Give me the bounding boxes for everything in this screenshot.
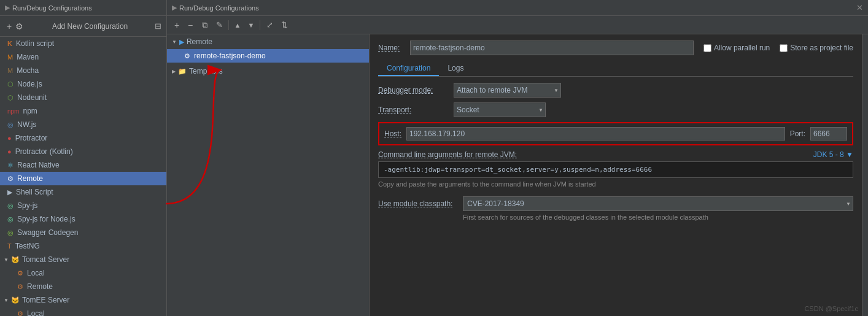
- toolbar-sort-button[interactable]: ⇅: [277, 20, 291, 29]
- left-panel-header: + ⚙ Add New Configuration ⊟: [0, 16, 166, 37]
- toolbar-down-button[interactable]: ▼: [245, 21, 257, 29]
- name-row: Name: Allow parallel run Store as projec…: [378, 40, 853, 55]
- shell-icon: ▶: [7, 188, 12, 196]
- debugger-mode-select-wrapper: Attach to remote JVM Listen to remote JV…: [454, 83, 561, 98]
- config-item-remote-fastjson[interactable]: ⚙ remote-fastjson-demo: [167, 49, 369, 63]
- scrollbar-strip: [862, 34, 868, 316]
- sidebar-item-shell[interactable]: ▶ Shell Script: [0, 185, 166, 199]
- sidebar-item-label: Protractor: [15, 134, 48, 142]
- sidebar-item-label: Remote: [27, 282, 53, 291]
- toolbar-remove-button[interactable]: −: [184, 20, 196, 30]
- sidebar-item-testng[interactable]: T TestNG: [0, 239, 166, 253]
- cmd-line-value: -agentlib:jdwp=transport=dt_socket,serve…: [378, 161, 853, 178]
- sidebar-item-label: Spy-js: [17, 201, 37, 210]
- tomcat-local-icon: ⚙: [17, 269, 23, 277]
- port-label: Port:: [790, 129, 805, 138]
- swagger-icon: ◎: [7, 229, 14, 237]
- config-section-remote[interactable]: ▼ ▶ Remote: [167, 34, 369, 49]
- sidebar-item-nodeunit[interactable]: ⬡ Nodeunit: [0, 91, 166, 104]
- close-button[interactable]: ✕: [856, 3, 863, 12]
- npm-icon: npm: [7, 108, 19, 115]
- second-title-bar: ▶ Run/Debug Configurations ✕: [167, 0, 868, 16]
- tomee-local-icon: ⚙: [17, 310, 23, 317]
- sidebar-item-protractor[interactable]: ● Protractor: [0, 131, 166, 145]
- config-section-templates[interactable]: ▶ 📁 Templates: [167, 64, 369, 79]
- remote-section-type-icon: ▶: [179, 38, 184, 46]
- sidebar-item-label: Mocha: [17, 66, 39, 75]
- toolbar-up-button[interactable]: ▲: [231, 21, 244, 29]
- config-item-label: remote-fastjson-demo: [194, 52, 266, 60]
- left-panel-expand-button[interactable]: ⊟: [155, 21, 161, 31]
- sidebar-item-spyjs-node[interactable]: ◎ Spy-js for Node.js: [0, 212, 166, 226]
- sidebar-item-kotlin[interactable]: K Kotlin script: [0, 37, 166, 50]
- add-new-config-label: Add New Configuration: [25, 22, 155, 31]
- sidebar-item-remote[interactable]: ⚙ Remote: [0, 172, 166, 185]
- tab-configuration[interactable]: Configuration: [378, 61, 439, 76]
- sidebar-item-label: Nodeunit: [17, 93, 47, 102]
- module-classpath-label: Use module classpath:: [378, 199, 458, 208]
- testng-icon: T: [7, 242, 12, 250]
- left-panel: + ⚙ Add New Configuration ⊟ K Kotlin scr…: [0, 16, 167, 316]
- cmd-line-header: Command line arguments for remote JVM: J…: [378, 150, 853, 159]
- sidebar-item-tomcat-local[interactable]: ⚙ Local: [0, 266, 166, 280]
- sidebar-item-label: Shell Script: [16, 188, 53, 196]
- host-label: Host:: [384, 129, 401, 138]
- store-as-project-checkbox-label: Store as project file: [780, 44, 853, 52]
- host-port-box: Host: Port:: [378, 122, 853, 145]
- sidebar-item-maven[interactable]: M Maven: [0, 50, 166, 64]
- host-input[interactable]: [406, 127, 785, 141]
- sidebar-item-nodejs[interactable]: ⬡ Node.js: [0, 77, 166, 91]
- jdk-range-link[interactable]: JDK 5 - 8 ▼: [813, 150, 853, 159]
- sidebar-item-label: NW.js: [17, 120, 36, 129]
- store-as-project-checkbox[interactable]: [780, 44, 788, 52]
- module-classpath-hint: First search for sources of the debugged…: [378, 214, 853, 221]
- sidebar-item-swagger[interactable]: ◎ Swagger Codegen: [0, 226, 166, 239]
- remote-section-label: Remote: [187, 37, 212, 46]
- module-classpath-row: Use module classpath: CVE-2017-18349 ▼: [378, 196, 853, 211]
- nodeunit-icon: ⬡: [7, 94, 14, 102]
- left-title-bar: ▶ Run/Debug Configurations: [0, 0, 167, 16]
- transport-select[interactable]: Socket Shared memory: [454, 102, 546, 117]
- toolbar-add-button[interactable]: +: [171, 20, 183, 30]
- port-input[interactable]: [810, 127, 847, 141]
- remote-section-chevron-icon: ▼: [172, 39, 177, 45]
- tomcat-icon: 🐱: [11, 256, 20, 264]
- toolbar-edit-button[interactable]: ✎: [212, 20, 226, 29]
- sidebar-item-tomcat-remote[interactable]: ⚙ Remote: [0, 280, 166, 293]
- sidebar-item-protractor-kotlin[interactable]: ● Protractor (Kotlin): [0, 145, 166, 158]
- sidebar-section-tomcat[interactable]: ▼ 🐱 Tomcat Server: [0, 253, 166, 266]
- allow-parallel-checkbox-label: Allow parallel run: [703, 44, 770, 52]
- mocha-icon: M: [7, 67, 13, 74]
- module-classpath-select[interactable]: CVE-2017-18349: [463, 196, 853, 211]
- spyjs-icon: ◎: [7, 202, 14, 210]
- left-title-text: Run/Debug Configurations: [12, 4, 92, 12]
- config-list-pane: ▼ ▶ Remote ⚙ remote-fastjson-demo ▶ 📁 Te…: [167, 34, 370, 316]
- add-config-button[interactable]: +: [5, 21, 14, 31]
- debugger-mode-select[interactable]: Attach to remote JVM Listen to remote JV…: [454, 83, 561, 98]
- left-panel-settings-button[interactable]: ⚙: [14, 21, 25, 31]
- toolbar-move-button[interactable]: ⤢: [263, 20, 276, 29]
- second-title-text: Run/Debug Configurations: [179, 4, 259, 12]
- sidebar-item-mocha[interactable]: M Mocha: [0, 64, 166, 77]
- spyjs-node-icon: ◎: [7, 215, 14, 223]
- toolbar-copy-button[interactable]: ⧉: [198, 20, 211, 30]
- allow-parallel-checkbox[interactable]: [703, 44, 711, 52]
- sidebar-section-tomee[interactable]: ▼ 🐱 TomEE Server: [0, 293, 166, 307]
- name-input[interactable]: [410, 40, 694, 55]
- tab-logs[interactable]: Logs: [439, 61, 472, 76]
- sidebar-item-react[interactable]: ⚛ React Native: [0, 158, 166, 172]
- toolbar: + − ⧉ ✎ ▲ ▼ ⤢ ⇅: [167, 16, 868, 34]
- sidebar-item-label: npm: [23, 107, 37, 115]
- cmd-line-hint: Copy and paste the arguments to the comm…: [378, 180, 853, 188]
- second-title-icon: ▶: [172, 4, 177, 12]
- config-detail-pane: Name: Allow parallel run Store as projec…: [370, 34, 862, 316]
- sidebar-item-nwjs[interactable]: ◎ NW.js: [0, 118, 166, 131]
- nwjs-icon: ◎: [7, 121, 14, 129]
- allow-parallel-label: Allow parallel run: [714, 44, 770, 52]
- sidebar-item-label: Swagger Codegen: [17, 228, 78, 237]
- sidebar-item-label: Kotlin script: [16, 39, 54, 48]
- name-label: Name:: [378, 44, 405, 52]
- sidebar-item-spyjs[interactable]: ◎ Spy-js: [0, 199, 166, 212]
- sidebar-item-tomee-local[interactable]: ⚙ Local: [0, 307, 166, 316]
- sidebar-item-npm[interactable]: npm npm: [0, 104, 166, 118]
